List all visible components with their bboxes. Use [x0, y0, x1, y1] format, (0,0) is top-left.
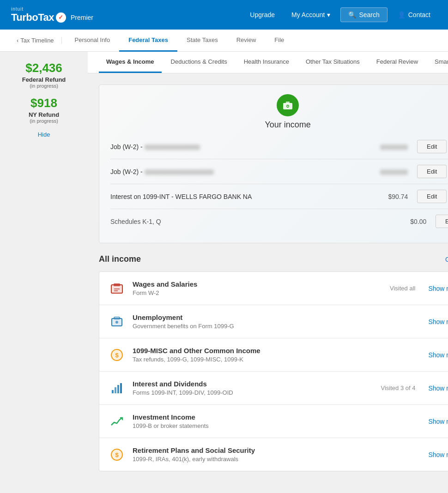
retirement-subtitle: 1099-R, IRAs, 401(k), early withdrawals [133, 456, 408, 463]
investment-icon [109, 414, 125, 429]
search-icon: 🔍 [348, 11, 356, 18]
wages-visited: Visited all [390, 285, 415, 292]
section-tab-smart-check[interactable]: Smart Check [427, 52, 448, 73]
main-navigation: ‹ Tax Timeline Personal Info Federal Tax… [0, 30, 448, 52]
section-tab-federal-review[interactable]: Federal Review [369, 52, 425, 73]
tab-file[interactable]: File [265, 30, 293, 52]
retirement-info: Retirement Plans and Social Security 109… [133, 446, 408, 463]
edit-button-row-4[interactable]: Edit [436, 215, 448, 228]
hide-link[interactable]: Hide [7, 131, 80, 138]
income-row-3: Interest on 1099-INT - WELLS FARGO BANK … [110, 184, 448, 209]
unemployment-subtitle: Government benefits on Form 1099-G [133, 323, 408, 330]
list-item-misc: $ 1099-MISC and Other Common Income Tax … [99, 338, 448, 372]
income-row-4-label: Schedules K-1, Q [110, 218, 384, 225]
income-row-3-amount: $90.74 [371, 193, 408, 200]
income-row-2-amount [371, 168, 408, 175]
edit-button-row-3[interactable]: Edit [417, 190, 447, 203]
section-tab-deductions[interactable]: Deductions & Credits [163, 52, 235, 73]
ny-refund-amount: $918 [7, 96, 80, 110]
main-content: Wages & Income Deductions & Credits Heal… [88, 52, 448, 493]
svg-rect-6 [114, 283, 120, 286]
income-card-wrapper: Your income Job (W-2) - Edit 🗑 [88, 73, 448, 243]
search-button[interactable]: 🔍 Search [340, 7, 387, 22]
list-item-wages: Wages and Salaries Form W-2 Visited all … [99, 272, 448, 305]
interest-show-more[interactable]: Show more ∨ [428, 385, 448, 392]
ny-refund-block: $918 NY Refund (in progress) [7, 96, 80, 124]
blurred-name-1 [145, 144, 200, 150]
svg-text:$: $ [115, 352, 119, 359]
all-income-section: All income Guide me › [88, 243, 448, 482]
income-icon [277, 94, 299, 116]
blurred-amount-2 [380, 169, 408, 175]
unemployment-show-more[interactable]: Show more ∨ [428, 318, 448, 325]
tab-review[interactable]: Review [227, 30, 266, 52]
svg-rect-16 [112, 390, 114, 393]
income-card-title: Your income [265, 120, 310, 130]
list-item-unemployment: Unemployment Government benefits on Form… [99, 305, 448, 338]
svg-rect-18 [117, 385, 119, 393]
ny-refund-status: (in progress) [7, 118, 80, 124]
wages-icon [109, 281, 125, 296]
tab-personal-info[interactable]: Personal Info [66, 30, 120, 52]
income-row-2: Job (W-2) - Edit 🗑 [110, 159, 448, 184]
wages-show-more[interactable]: Show more ∨ [428, 285, 448, 292]
list-item-retirement: $ Retirement Plans and Social Security 1… [99, 438, 448, 471]
income-card: Your income Job (W-2) - Edit 🗑 [99, 84, 448, 243]
nav-right: Upgrade My Account ▾ 🔍 Search 👤 Contact [243, 7, 437, 22]
contact-button[interactable]: 👤 Contact [391, 8, 437, 22]
ny-refund-label: NY Refund [7, 111, 80, 118]
intuit-label: intuit [11, 6, 93, 12]
turbotax-text: TurboTax [11, 12, 54, 24]
edit-button-row-1[interactable]: Edit [417, 140, 447, 153]
income-row-1-label: Job (W-2) - [110, 143, 365, 150]
edit-button-row-2[interactable]: Edit [417, 165, 447, 178]
misc-show-more[interactable]: Show more ∨ [428, 351, 448, 359]
blurred-name-2 [145, 169, 214, 175]
top-navigation: intuit TurboTax ✓ Premier Upgrade My Acc… [0, 0, 448, 30]
retirement-icon: $ [109, 447, 125, 462]
interest-subtitle: Forms 1099-INT, 1099-DIV, 1099-OID [133, 389, 374, 396]
interest-title: Interest and Dividends [133, 380, 374, 388]
misc-subtitle: Tax refunds, 1099-G, 1099-MISC, 1099-K [133, 356, 408, 363]
all-income-title: All income [99, 254, 141, 264]
svg-point-12 [115, 321, 118, 324]
federal-refund-block: $2,436 Federal Refund (in progress) [7, 61, 80, 89]
investment-title: Investment Income [133, 413, 408, 421]
section-tab-wages[interactable]: Wages & Income [99, 52, 162, 73]
person-icon: 👤 [398, 11, 406, 18]
guide-me-link[interactable]: Guide me › [445, 256, 448, 263]
interest-visited: Visited 3 of 4 [381, 385, 416, 391]
income-card-header: Your income [99, 85, 448, 134]
unemployment-info: Unemployment Government benefits on Form… [133, 313, 408, 330]
interest-icon [109, 381, 125, 396]
account-button[interactable]: My Account ▾ [285, 7, 337, 22]
interest-info: Interest and Dividends Forms 1099-INT, 1… [133, 380, 374, 396]
section-tab-other[interactable]: Other Tax Situations [298, 52, 367, 73]
checkmark-icon: ✓ [56, 12, 66, 23]
back-nav-button[interactable]: ‹ Tax Timeline [9, 37, 62, 44]
retirement-title: Retirement Plans and Social Security [133, 446, 408, 454]
income-row-1: Job (W-2) - Edit 🗑 [110, 134, 448, 159]
svg-rect-3 [287, 106, 289, 107]
svg-rect-1 [286, 102, 290, 104]
misc-title: 1099-MISC and Other Common Income [133, 347, 408, 355]
income-row-3-label: Interest on 1099-INT - WELLS FARGO BANK … [110, 193, 365, 200]
income-row-3-name: WELLS FARGO BANK NA [176, 193, 252, 200]
misc-icon: $ [109, 348, 125, 362]
income-row-1-amount [371, 143, 408, 150]
blurred-amount-1 [380, 144, 408, 150]
tab-federal-taxes[interactable]: Federal Taxes [119, 30, 177, 52]
income-row-4-amount: $0.00 [389, 218, 426, 225]
tab-state-taxes[interactable]: State Taxes [177, 30, 227, 52]
content-area: $2,436 Federal Refund (in progress) $918… [0, 52, 448, 493]
logo-brand: intuit TurboTax ✓ Premier [11, 6, 93, 24]
section-tab-health[interactable]: Health Insurance [236, 52, 297, 73]
retirement-show-more[interactable]: Show more ∨ [428, 451, 448, 458]
wages-info: Wages and Salaries Form W-2 [133, 280, 382, 296]
misc-info: 1099-MISC and Other Common Income Tax re… [133, 347, 408, 363]
income-row-4: Schedules K-1, Q $0.00 Edit [110, 209, 448, 234]
investment-show-more[interactable]: Show more ∨ [428, 418, 448, 425]
income-list: Wages and Salaries Form W-2 Visited all … [99, 271, 448, 471]
all-income-header: All income Guide me › [99, 254, 448, 264]
upgrade-button[interactable]: Upgrade [243, 7, 281, 22]
